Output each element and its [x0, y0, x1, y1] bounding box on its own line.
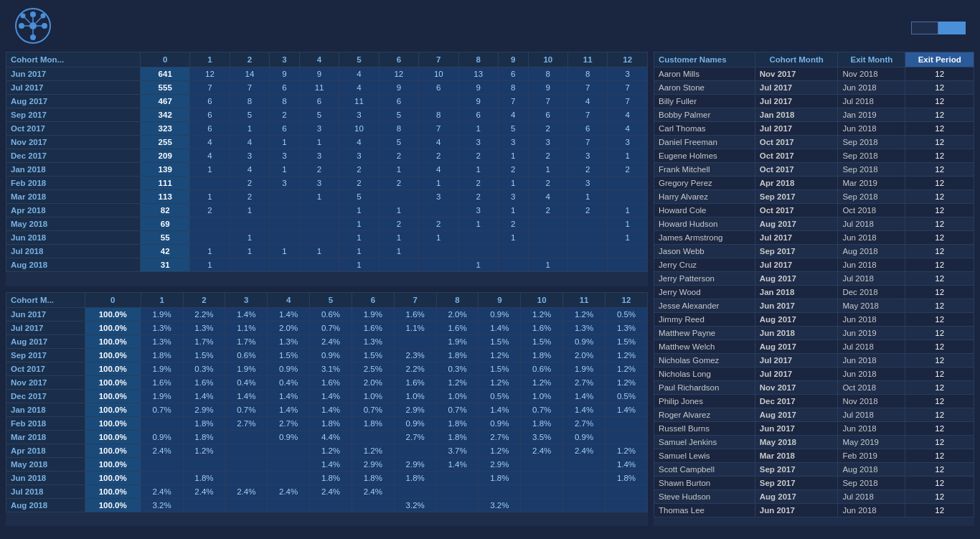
right-panel[interactable]: Customer NamesCohort MonthExit MonthExit… — [654, 52, 974, 526]
bottom-cell-12-4 — [225, 471, 268, 484]
top-cell-0-11: 8 — [528, 67, 567, 81]
bottom-cell-6-1: 100.0% — [85, 389, 141, 403]
bottom-cell-6-2: 1.9% — [141, 389, 183, 403]
top-cell-9-11: 4 — [528, 190, 567, 204]
top-cell-2-5: 6 — [299, 95, 339, 108]
svg-line-11 — [36, 17, 42, 23]
bottom-cell-14-2: 3.2% — [141, 498, 183, 512]
bottom-cell-9-8: 2.7% — [394, 430, 436, 444]
bottom-cell-12-0: Jun 2018 — [6, 471, 85, 484]
bottom-cell-7-2: 0.7% — [141, 403, 183, 416]
top-cell-1-9: 9 — [458, 81, 498, 95]
right-cell-15-1: Aug 2017 — [755, 272, 838, 286]
top-cell-11-10: 2 — [498, 217, 528, 231]
top-cell-1-0: Jul 2017 — [6, 81, 141, 95]
bottom-cell-2-13: 1.5% — [605, 334, 647, 348]
top-cell-13-11 — [528, 245, 567, 258]
tab-retention[interactable] — [938, 22, 966, 34]
right-col-header-1: Cohort Month — [755, 52, 838, 67]
right-cell-3-1: Jan 2018 — [755, 108, 838, 122]
top-cell-5-9: 3 — [458, 136, 498, 149]
bottom-cell-1-13: 1.3% — [605, 321, 647, 334]
bottom-cell-6-10: 0.5% — [479, 389, 521, 403]
top-cell-4-4: 6 — [270, 122, 300, 136]
bottom-cell-1-3: 1.3% — [183, 321, 225, 334]
left-panel: Cohort Mon...0123456789101112 Jun 201764… — [6, 52, 648, 526]
top-cell-1-8: 6 — [419, 81, 458, 95]
right-cell-4-3: 12 — [905, 122, 974, 136]
bottom-cell-8-1: 100.0% — [85, 416, 141, 430]
bottom-cell-2-11: 1.5% — [521, 334, 563, 348]
top-cell-8-3: 2 — [230, 177, 269, 190]
top-cell-11-3 — [230, 217, 269, 231]
bottom-cell-7-5: 1.4% — [268, 403, 310, 416]
right-table-row: Samuel LewisMar 2018Feb 201912 — [654, 449, 974, 463]
right-cell-3-0: Bobby Palmer — [654, 108, 755, 122]
bottom-cell-0-12: 1.2% — [563, 307, 606, 321]
bottom-table-header-row: Cohort M...0123456789101112 — [6, 292, 648, 307]
top-cell-9-3: 2 — [230, 190, 269, 204]
top-cell-13-9 — [458, 245, 498, 258]
right-cell-15-0: Jerry Patterson — [654, 272, 755, 286]
top-cell-13-13 — [608, 245, 648, 258]
right-cell-22-1: Jul 2017 — [755, 367, 838, 381]
top-col-header-9: 8 — [458, 52, 498, 67]
bottom-cell-7-7: 0.7% — [352, 403, 394, 416]
top-cell-11-8: 2 — [419, 217, 458, 231]
bottom-cell-12-5 — [268, 471, 310, 484]
right-cell-25-3: 12 — [905, 408, 974, 422]
bottom-cell-8-7: 1.8% — [352, 416, 394, 430]
tab-group — [911, 22, 966, 34]
bottom-cell-0-7: 1.9% — [352, 307, 394, 321]
top-cell-12-11 — [528, 231, 567, 245]
bottom-cell-4-5: 0.9% — [268, 362, 310, 375]
bottom-col-header-13: 12 — [605, 292, 647, 307]
top-table-row: Jun 201764112149941210136883 — [6, 67, 648, 81]
top-cell-2-4: 8 — [270, 95, 300, 108]
top-table-row: Oct 20173236163108715264 — [6, 122, 648, 136]
bottom-cell-12-6: 1.8% — [310, 471, 352, 484]
top-cell-12-4 — [270, 231, 300, 245]
right-cell-29-1: Sep 2017 — [755, 463, 838, 477]
bottom-table-row: Jun 2017100.0%1.9%2.2%1.4%1.4%0.6%1.9%1.… — [6, 307, 648, 321]
right-col-header-0: Customer Names — [654, 52, 755, 67]
top-cell-11-11 — [528, 217, 567, 231]
bottom-cell-13-10 — [479, 484, 521, 498]
bottom-cell-1-7: 1.6% — [352, 321, 394, 334]
bottom-cell-6-3: 1.4% — [183, 389, 225, 403]
bottom-cell-9-12: 0.9% — [563, 430, 606, 444]
top-cell-1-7: 9 — [379, 81, 418, 95]
top-cell-6-9: 2 — [458, 149, 498, 163]
bottom-cell-3-0: Sep 2017 — [6, 348, 85, 362]
bottom-cell-12-2 — [141, 471, 183, 484]
bottom-cell-10-12: 2.4% — [563, 444, 606, 457]
top-cell-8-13 — [608, 177, 648, 190]
top-cell-2-9: 9 — [458, 95, 498, 108]
bottom-cell-0-9: 2.0% — [436, 307, 479, 321]
right-table-row: Carl ThomasJul 2017Jun 201812 — [654, 122, 974, 136]
top-cell-9-0: Mar 2018 — [6, 190, 141, 204]
bottom-cell-5-7: 2.0% — [352, 375, 394, 389]
right-table-row: Nicholas LongJul 2017Jun 201812 — [654, 367, 974, 381]
bottom-cell-6-7: 1.0% — [352, 389, 394, 403]
bottom-cell-7-8: 2.9% — [394, 403, 436, 416]
tab-churning[interactable] — [911, 22, 938, 34]
top-col-header-2: 1 — [190, 52, 230, 67]
bottom-cell-2-6: 2.4% — [310, 334, 352, 348]
right-cell-26-2: Jun 2018 — [838, 422, 905, 436]
bottom-cell-10-1: 100.0% — [85, 444, 141, 457]
top-cell-12-6: 1 — [339, 231, 379, 245]
top-col-header-5: 4 — [299, 52, 339, 67]
bottom-table-row: Dec 2017100.0%1.9%1.4%1.4%1.4%1.4%1.0%1.… — [6, 389, 648, 403]
bottom-cell-2-2: 1.3% — [141, 334, 183, 348]
top-cell-1-1: 555 — [141, 81, 190, 95]
right-cell-17-0: Jesse Alexander — [654, 299, 755, 313]
right-cell-18-0: Jimmy Reed — [654, 313, 755, 327]
top-cell-8-9: 2 — [458, 177, 498, 190]
bottom-table-container[interactable]: Cohort M...0123456789101112 Jun 2017100.… — [6, 292, 648, 527]
right-cell-9-0: Harry Alvarez — [654, 190, 755, 204]
top-table-container[interactable]: Cohort Mon...0123456789101112 Jun 201764… — [6, 52, 648, 286]
top-cell-3-6: 3 — [339, 108, 379, 122]
right-cell-0-3: 12 — [905, 67, 974, 81]
right-cell-4-0: Carl Thomas — [654, 122, 755, 136]
